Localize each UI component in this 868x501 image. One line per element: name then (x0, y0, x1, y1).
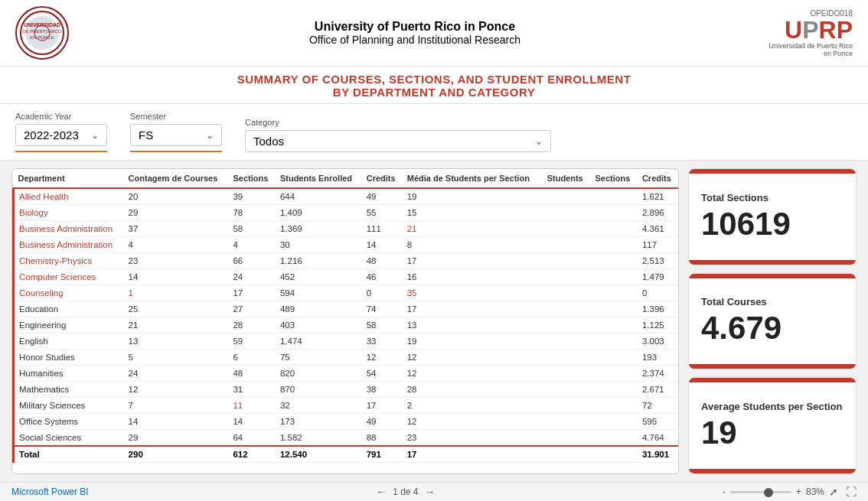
university-logo: UNIVERSIDAD DE PUERTO RICO EN PONCE (15, 6, 69, 60)
cell-s3: 1.479 (638, 269, 678, 285)
cell-total-courses: 290 (124, 446, 229, 463)
table-row: Honor Studies 5 6 75 12 12 193 (14, 350, 679, 366)
cell-enrolled: 644 (276, 188, 362, 205)
stat-card-sections-footer (689, 260, 856, 265)
cell-credits: 17 (362, 398, 403, 414)
academic-year-label: Academic Year (15, 112, 107, 121)
cell-dept: Military Sciences (14, 398, 124, 414)
cell-s2 (590, 317, 637, 333)
cell-s3: 1.621 (638, 188, 678, 205)
cell-dept: Biology (14, 205, 124, 221)
semester-label: Semester (130, 112, 222, 121)
zoom-plus-button[interactable]: + (796, 486, 801, 497)
cell-s2 (590, 350, 637, 366)
stat-avg-label: Average Students per Section (701, 401, 842, 412)
zoom-bar: - + 83% ➚ ⛶ (723, 486, 857, 498)
cell-total-s1 (543, 446, 591, 463)
semester-select[interactable]: FS ⌄ (130, 124, 222, 146)
table-row: Engineering 21 28 403 58 13 1.125 (14, 317, 679, 333)
cell-dept: Business Administration (14, 237, 124, 253)
cell-enrolled: 1.409 (276, 205, 362, 221)
cell-avg: 12 (403, 350, 543, 366)
expand-icon[interactable]: ➚ (829, 486, 838, 498)
cell-sections: 48 (228, 366, 275, 382)
category-filter: Category Todos ⌄ (245, 118, 551, 152)
zoom-slider[interactable] (730, 491, 791, 493)
pagination: ← 1 de 4 → (376, 486, 435, 498)
table-row: Allied Health 20 39 644 49 19 1.621 (14, 188, 679, 205)
sub-university-title: Office of Planning and Institutional Res… (69, 34, 761, 46)
table-total-row: Total 290 612 12.540 791 17 31.901 (14, 446, 679, 463)
cell-enrolled: 1.369 (276, 221, 362, 237)
powerbi-link[interactable]: Microsoft Power BI (11, 486, 89, 497)
table-row: English 13 59 1.474 33 19 3.003 (14, 333, 679, 350)
cell-credits: 0 (362, 285, 403, 301)
cell-courses: 29 (124, 430, 229, 447)
page-prev-icon[interactable]: ← (376, 486, 387, 498)
cell-enrolled: 452 (276, 269, 362, 285)
academic-year-value: 2022-2023 (24, 129, 85, 142)
category-select[interactable]: Todos ⌄ (245, 130, 551, 152)
cell-avg: 23 (403, 430, 543, 447)
cell-avg: 12 (403, 366, 543, 382)
cell-enrolled: 1.216 (276, 253, 362, 269)
cell-s1 (543, 382, 591, 398)
cell-s3: 2.671 (638, 382, 678, 398)
cell-credits: 54 (362, 366, 403, 382)
cell-s2 (590, 188, 637, 205)
cell-dept: English (14, 333, 124, 350)
cell-s1 (543, 414, 591, 430)
report-title-block: SUMMARY OF COURSES, SECTIONS, AND STUDEN… (0, 67, 868, 104)
table-header: Department Contagem de Courses Sections … (14, 169, 679, 188)
cell-avg: 15 (403, 205, 543, 221)
cell-s1 (543, 430, 591, 447)
stats-panel: Total Sections 10619 Total Courses 4.679… (688, 168, 857, 474)
cell-sections: 4 (228, 237, 275, 253)
cell-total-s2 (590, 446, 637, 463)
cell-avg: 28 (403, 382, 543, 398)
cell-s1 (543, 237, 591, 253)
cell-s3: 72 (638, 398, 678, 414)
col-enrolled: Students Enrolled (276, 169, 362, 188)
col-sections2: Sections (590, 169, 637, 188)
cell-courses: 1 (124, 285, 229, 301)
cell-s2 (590, 237, 637, 253)
table-row: Business Administration 4 4 30 14 8 117 (14, 237, 679, 253)
cell-s2 (590, 221, 637, 237)
report-title-line2: BY DEPARTMENT AND CATEGORY (0, 86, 868, 99)
table-row: Chemistry-Physics 23 66 1.216 48 17 2.51… (14, 253, 679, 269)
bottom-bar: Microsoft Power BI ← 1 de 4 → - + 83% ➚ … (0, 482, 868, 501)
cell-s2 (590, 430, 637, 447)
data-table-container[interactable]: Department Contagem de Courses Sections … (11, 168, 679, 474)
cell-courses: 21 (124, 317, 229, 333)
cell-credits: 12 (362, 350, 403, 366)
cell-credits: 33 (362, 333, 403, 350)
col-department: Department (14, 169, 124, 188)
cell-dept: Computer Sciences (14, 269, 124, 285)
cell-s2 (590, 414, 637, 430)
page-next-icon[interactable]: → (425, 486, 436, 498)
cell-enrolled: 75 (276, 350, 362, 366)
cell-dept: Humanities (14, 366, 124, 382)
cell-dept: Education (14, 301, 124, 317)
top-header: UNIVERSIDAD DE PUERTO RICO EN PONCE Univ… (0, 0, 868, 67)
cell-credits: 49 (362, 414, 403, 430)
cell-sections: 64 (228, 430, 275, 447)
table-row: Office Systems 14 14 173 49 12 595 (14, 414, 679, 430)
page-info: 1 de 4 (393, 486, 418, 497)
cell-enrolled: 32 (276, 398, 362, 414)
cell-s3: 2.896 (638, 205, 678, 221)
zoom-value: 83% (806, 486, 824, 497)
fullscreen-icon[interactable]: ⛶ (846, 486, 857, 498)
col-courses: Contagem de Courses (124, 169, 229, 188)
cell-credits: 55 (362, 205, 403, 221)
cell-dept: Engineering (14, 317, 124, 333)
zoom-minus-button[interactable]: - (723, 486, 726, 497)
cell-dept: Allied Health (14, 188, 124, 205)
cell-avg: 17 (403, 301, 543, 317)
stat-sections-label: Total Sections (701, 192, 768, 203)
academic-year-select[interactable]: 2022-2023 ⌄ (15, 124, 107, 146)
cell-dept: Mathematics (14, 382, 124, 398)
cell-total-avg: 17 (403, 446, 543, 463)
stat-card-sections: Total Sections 10619 (688, 168, 857, 265)
